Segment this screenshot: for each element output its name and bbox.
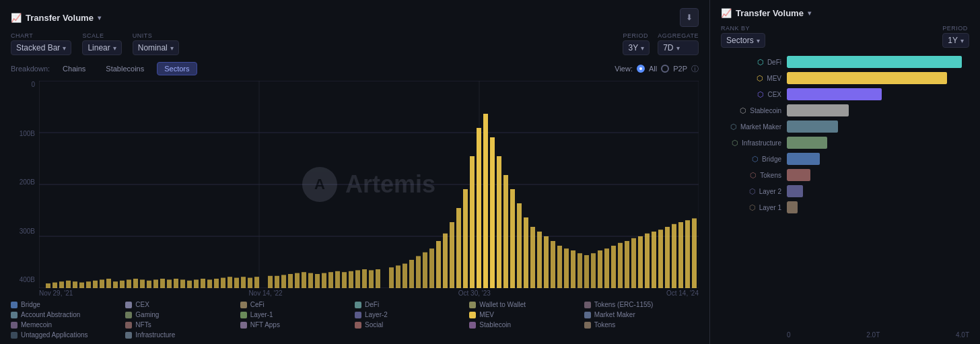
svg-rect-9	[46, 283, 50, 288]
legend-dot	[125, 322, 132, 329]
legend-label: NFT Apps	[250, 321, 280, 329]
svg-rect-69	[463, 189, 468, 288]
bar-row: ⬡Layer 1	[721, 201, 969, 213]
svg-rect-37	[234, 278, 239, 288]
svg-rect-82	[551, 241, 555, 288]
right-period-control-group: PERIOD 1Y ▾	[942, 25, 969, 48]
legend-item: DeFi	[355, 301, 469, 308]
svg-rect-25	[153, 279, 158, 288]
svg-rect-21	[127, 279, 131, 288]
svg-rect-15	[86, 281, 91, 288]
right-period-label: PERIOD	[942, 25, 969, 32]
view-p2p-label[interactable]: P2P	[673, 65, 687, 73]
bar-label-text: Layer 2	[759, 188, 781, 195]
bar-label-text: MEV	[767, 75, 781, 82]
aggregate-selector[interactable]: 7D ▾	[658, 40, 699, 55]
legend-col: BridgeAccount AbstractionMemecoinUntagge…	[11, 301, 125, 339]
right-title-chevron[interactable]: ▾	[808, 9, 811, 17]
legend-item: Wallet to Wallet	[469, 301, 584, 308]
svg-rect-57	[376, 269, 380, 288]
svg-rect-94	[631, 238, 636, 288]
scale-value: Linear	[88, 43, 110, 53]
legend-dot	[125, 332, 132, 339]
svg-rect-71	[477, 128, 481, 288]
svg-rect-53	[349, 271, 353, 288]
right-panel: 📈 Transfer Volume ▾ RANK BY Sectors ▾ PE…	[710, 0, 980, 344]
view-p2p-radio[interactable]	[661, 65, 669, 73]
units-value: Nominal	[138, 43, 168, 53]
title-chevron[interactable]: ▾	[98, 14, 101, 22]
svg-rect-88	[591, 253, 596, 288]
view-all-label[interactable]: All	[649, 65, 657, 73]
legend-dot	[11, 322, 18, 329]
bar-row: ⬡Infrastructure	[721, 137, 969, 149]
legend-item: Account Abstraction	[11, 311, 125, 318]
info-icon[interactable]: ⓘ	[691, 64, 699, 74]
svg-rect-13	[73, 281, 77, 288]
legend-label: Stablecoin	[479, 321, 511, 329]
bar-fill	[787, 56, 962, 68]
y-axis-label: 100B	[11, 130, 35, 137]
svg-rect-86	[578, 253, 582, 288]
period-selector[interactable]: 3Y ▾	[623, 40, 650, 55]
svg-rect-75	[503, 175, 508, 288]
legend-dot	[469, 322, 476, 329]
legend-item: Layer-2	[355, 311, 469, 318]
svg-rect-40	[254, 277, 259, 288]
units-selector[interactable]: Nominal ▾	[133, 40, 179, 55]
legend-dot	[11, 312, 18, 318]
svg-rect-65	[436, 241, 441, 288]
bar-label: ⬡Market Maker	[721, 123, 781, 131]
svg-rect-84	[564, 248, 569, 288]
svg-rect-19	[113, 281, 118, 288]
breakdown-chains[interactable]: Chains	[55, 62, 93, 75]
bar-label: ⬡Layer 2	[721, 187, 781, 196]
y-axis-label: 200B	[11, 178, 35, 186]
svg-rect-27	[167, 279, 172, 288]
bar-track	[787, 104, 969, 116]
svg-rect-48	[315, 274, 320, 288]
scale-label: SCALE	[82, 32, 121, 39]
chart-canvas: A Artemis	[39, 81, 699, 288]
bar-label: ⬡Tokens	[721, 171, 781, 180]
left-title-text: Transfer Volume	[26, 13, 94, 23]
right-bar-chart: ⬡DeFi⬡MEV⬡CEX⬡Stablecoin⬡Market Maker⬡In…	[721, 56, 969, 329]
svg-rect-81	[544, 236, 549, 288]
legend-item: Bridge	[11, 301, 125, 308]
breakdown-stablecoins[interactable]: Stablecoins	[98, 62, 151, 75]
svg-rect-39	[248, 278, 252, 288]
svg-rect-99	[665, 227, 670, 288]
chart-selector[interactable]: Stacked Bar ▾	[11, 40, 71, 55]
svg-rect-74	[497, 156, 501, 288]
bar-track	[787, 88, 969, 100]
svg-rect-24	[147, 281, 151, 288]
bar-icon: ⬡	[757, 74, 763, 83]
legend-dot	[11, 332, 18, 339]
units-chevron: ▾	[170, 44, 174, 52]
svg-rect-51	[335, 271, 340, 288]
rank-by-selector[interactable]: Sectors ▾	[721, 33, 765, 48]
breakdown-sectors[interactable]: Sectors	[157, 62, 197, 75]
svg-rect-58	[389, 267, 394, 288]
svg-rect-56	[369, 270, 374, 288]
view-all-radio[interactable]	[637, 65, 645, 73]
svg-rect-87	[584, 255, 589, 288]
legend-dot	[355, 302, 361, 308]
scale-selector[interactable]: Linear ▾	[82, 40, 121, 55]
legend-label: MEV	[479, 311, 494, 318]
legend-col: CEXGamingNFTsInfrastructure	[125, 301, 240, 339]
right-period-selector[interactable]: 1Y ▾	[942, 33, 969, 48]
bar-track	[787, 137, 969, 149]
x-axis-labels: Nov 29, '21Nov 14, '22Oct 30, '23Oct 14,…	[39, 288, 699, 297]
rank-by-control-group: RANK BY Sectors ▾	[721, 25, 765, 48]
legend-item: NFT Apps	[240, 321, 355, 329]
download-button[interactable]: ⬇	[680, 8, 699, 27]
svg-rect-59	[396, 265, 400, 288]
legend-label: CeFi	[250, 301, 265, 308]
legend-dot	[584, 312, 591, 318]
legend-label: NFTs	[135, 321, 151, 329]
period-aggregate-row: PERIOD 3Y ▾ AGGREGATE 7D ▾	[623, 32, 699, 55]
rank-by-chevron: ▾	[757, 37, 760, 44]
svg-rect-36	[228, 277, 232, 288]
svg-rect-49	[322, 273, 326, 288]
